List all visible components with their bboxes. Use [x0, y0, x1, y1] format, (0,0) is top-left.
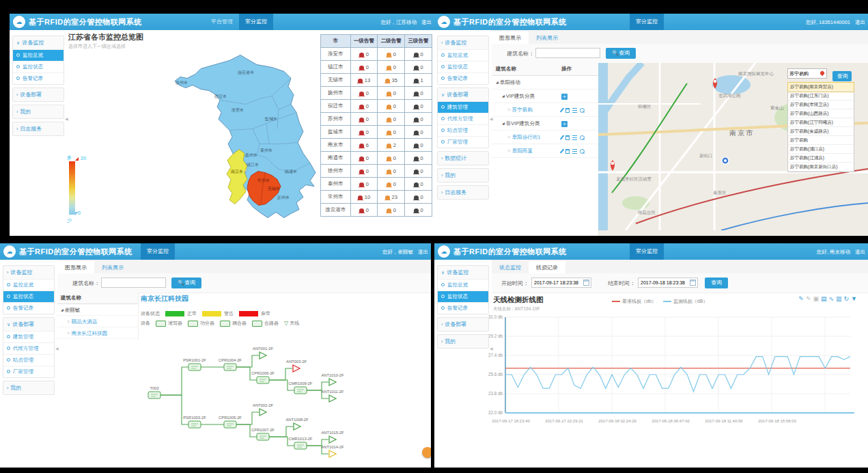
coupler-node-icon[interactable] [257, 433, 269, 440]
delete-icon[interactable] [565, 149, 570, 154]
sidebar-group-header[interactable]: ›设备部署 [13, 88, 64, 101]
sidebar-item-代维方管理[interactable]: 代维方管理 [438, 113, 488, 124]
sidebar-group-header[interactable]: ›数据统计 [438, 152, 488, 165]
sidebar-item-告警记录[interactable]: 告警记录 [438, 302, 488, 314]
tree-row[interactable]: ▷阜阳商厦 [492, 144, 598, 158]
jiangsu-province-map[interactable]: 连云港市徐州市宿迁市淮安市盐城市扬州市泰州市镇江市南京市常州市无锡市南通市苏州市 [157, 40, 321, 228]
table-row[interactable]: 连云港市000 [321, 204, 432, 217]
sidebar-item-站点管理[interactable]: 站点管理 [438, 124, 488, 136]
sidebar-item-代维方管理[interactable]: 代维方管理 [3, 342, 54, 354]
map-city-label[interactable]: 苏州市 [277, 195, 290, 200]
nav-item-室分监控[interactable]: 室分监控 [630, 14, 664, 30]
bar-chart-icon[interactable]: ▥ [836, 295, 842, 302]
table-row[interactable]: 淮安市000 [321, 48, 432, 61]
sidebar-item-告警记录[interactable]: 告警记录 [3, 302, 54, 314]
start-time-input[interactable] [531, 278, 591, 288]
sidebar-group-header[interactable]: ∨设备监控 [438, 266, 488, 279]
add-button[interactable]: + [561, 121, 568, 127]
delete-icon[interactable] [565, 135, 570, 140]
nav-item-平台管理[interactable]: 平台管理 [205, 14, 239, 30]
tree-node-label[interactable]: 崔丽敏 [65, 307, 81, 313]
sidebar-group-header[interactable]: ›设备监控 [438, 36, 488, 49]
map-city-label[interactable]: 常州市 [257, 178, 270, 183]
table-row[interactable]: 泰州市000 [321, 178, 432, 191]
table-row[interactable]: 宿迁市000 [321, 100, 432, 113]
tree-row[interactable]: ◢VIP建筑分类+ [492, 90, 598, 103]
antenna-node-icon[interactable] [294, 423, 300, 430]
combiner-node-icon[interactable] [294, 442, 307, 449]
map-city-label[interactable]: 无锡市 [268, 186, 281, 191]
table-row[interactable]: 苏州市000 [321, 113, 432, 126]
sidebar-item-监控状态[interactable]: 监控状态 [438, 290, 488, 302]
add-button[interactable]: + [561, 94, 568, 100]
table-row[interactable]: 盐城市000 [321, 126, 432, 139]
logout-link[interactable]: 退出 [855, 19, 865, 26]
sidebar-item-告警记录[interactable]: 告警记录 [13, 72, 64, 84]
tree-row[interactable]: ▷南京长江科技园 [57, 327, 138, 339]
list-icon[interactable] [572, 135, 577, 140]
sidebar-item-监控状态[interactable]: 监控状态 [3, 290, 54, 302]
combiner-node-icon[interactable] [294, 387, 307, 394]
nav-item-室分监控[interactable]: 室分监控 [239, 14, 273, 30]
tree-row[interactable]: ◢阜阳移动 [492, 76, 598, 90]
calendar-icon[interactable] [690, 280, 696, 286]
tree-row[interactable]: ▷苏宁易购 [492, 103, 598, 117]
sidebar-group-header[interactable]: ›日志服务 [438, 186, 488, 199]
sidebar-item-监控总览[interactable]: 监控总览 [438, 49, 488, 61]
tab-列表展示[interactable]: 列表展示 [529, 31, 565, 45]
map-city-label[interactable]: 淮安市 [232, 107, 244, 113]
tree-row[interactable]: ◢崔丽敏 [57, 304, 138, 316]
map-result-item[interactable]: 苏宁易购(孝陵卫店) [788, 100, 854, 109]
data-view-icon[interactable]: ▤ [821, 295, 827, 302]
splitter-node-icon[interactable] [188, 421, 201, 428]
tree-node-label[interactable]: 阜阳商厦 [512, 148, 533, 154]
tree-leaf-arrow-icon[interactable]: ▷ [508, 148, 511, 152]
logout-link[interactable]: 退出 [855, 249, 865, 256]
sidebar-group-header[interactable]: ›设备部署 [438, 318, 488, 331]
sidebar-item-厂家管理[interactable]: 厂家管理 [3, 366, 54, 377]
sidebar-item-建筑管理[interactable]: 建筑管理 [438, 101, 488, 113]
tree-node-label[interactable]: 苏宁易购 [512, 107, 533, 113]
search-button[interactable]: 🔍查询 [171, 278, 201, 288]
coupler-node-icon[interactable] [224, 421, 236, 428]
sidebar-item-监控总览[interactable]: 监控总览 [3, 279, 54, 290]
tree-row[interactable]: ▷丽晶大酒店 [57, 316, 138, 327]
sidebar-item-监控状态[interactable]: 监控状态 [13, 61, 64, 72]
coupler-node-icon[interactable] [224, 364, 236, 370]
map-city-label[interactable]: 南通市 [285, 169, 298, 174]
sidebar-item-监控总览[interactable]: 监控总览 [438, 279, 488, 290]
splitter-node-icon[interactable] [188, 364, 201, 370]
map-city-label[interactable]: 宿迁市 [214, 94, 227, 99]
tree-row[interactable]: ◢非VIP建筑分类+ [492, 117, 598, 131]
table-row[interactable]: 南京市620 [321, 139, 432, 152]
end-time-input[interactable] [638, 278, 698, 288]
building-name-input[interactable] [101, 278, 166, 288]
table-row[interactable]: 镇江市000 [321, 61, 432, 74]
antenna-node-icon[interactable] [260, 409, 266, 416]
table-row[interactable]: 徐州市000 [321, 165, 432, 178]
table-row[interactable]: 无锡市13351 [321, 74, 432, 87]
city-map[interactable]: 南京国际展览中心玄武湖公园鼓楼区紫金山南京市新街口秦淮区龙福里社区活动室雨花台区… [598, 63, 868, 236]
map-city-label[interactable]: 盐城市 [265, 116, 278, 122]
tree-node-label[interactable]: 南京长江科技园 [72, 330, 108, 336]
edit-icon[interactable]: ✎ [806, 295, 811, 302]
map-result-item[interactable]: 苏宁易购(南京商贸店) [788, 83, 854, 92]
logout-link[interactable]: 退出 [418, 249, 428, 256]
search-icon[interactable] [580, 108, 585, 113]
map-result-item[interactable]: 苏宁易购(南京新街口店) [788, 163, 854, 172]
tree-leaf-arrow-icon[interactable]: ▷ [68, 319, 70, 323]
query-button[interactable]: 查询 [705, 278, 728, 288]
sidebar-group-header[interactable]: ›日志服务 [13, 122, 64, 135]
sidebar-collapse-handle[interactable]: ◀ [65, 116, 68, 121]
list-icon[interactable] [572, 149, 577, 154]
sidebar-collapse-handle[interactable]: ◀ [55, 346, 59, 351]
tree-expand-icon[interactable]: ◢ [496, 80, 499, 84]
tree-node-label[interactable]: 丽晶大酒店 [72, 319, 98, 325]
nav-item-室分监控[interactable]: 室分监控 [630, 243, 664, 260]
map-result-item[interactable]: 苏宁易购(浦口店) [788, 145, 854, 154]
legend-series-name[interactable]: 基准线损（db） [622, 299, 656, 303]
sidebar-group-header[interactable]: ∨设备部署 [3, 318, 54, 331]
tab-图形展示[interactable]: 图形展示 [492, 31, 529, 45]
tree-expand-icon[interactable]: ◢ [502, 121, 505, 125]
map-search-button[interactable]: 查询 [832, 71, 852, 81]
